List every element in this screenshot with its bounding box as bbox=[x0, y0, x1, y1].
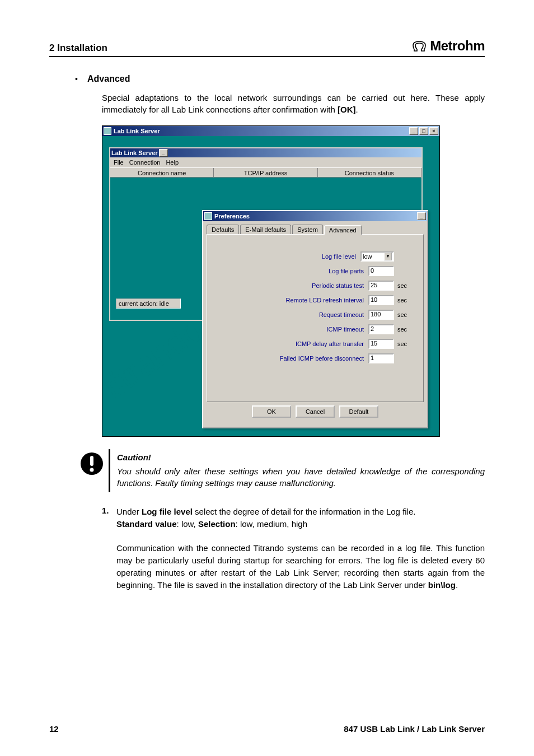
minimize-button[interactable]: _ bbox=[409, 127, 418, 135]
inner-window-titlebar: Lab Link Server _ bbox=[110, 148, 421, 157]
label-failed-icmp: Failed ICMP before disconnect bbox=[214, 355, 368, 362]
svg-rect-1 bbox=[90, 456, 93, 466]
unit: sec bbox=[394, 326, 416, 333]
intro-paragraph: Special adaptations to the local network… bbox=[102, 92, 485, 115]
caution-title: Caution! bbox=[117, 452, 485, 462]
row-failed-icmp: Failed ICMP before disconnect 1 bbox=[214, 353, 416, 363]
status-bar: current action: idle bbox=[116, 298, 181, 309]
inner-window-title: Lab Link Server bbox=[111, 150, 158, 156]
caution-block: Caution! You should only alter these set… bbox=[75, 449, 485, 492]
label-log-file-parts: Log file parts bbox=[214, 268, 368, 274]
row-icmp-timeout: ICMP timeout 2 sec bbox=[214, 324, 416, 334]
t: select the degree of detail for the info… bbox=[193, 507, 416, 516]
default-button[interactable]: Default bbox=[339, 405, 378, 418]
input-icmp-timeout[interactable]: 2 bbox=[368, 324, 394, 334]
t: Selection bbox=[198, 519, 236, 529]
t: Log file level bbox=[142, 507, 193, 516]
t: : low, bbox=[177, 519, 198, 529]
col-connection-status[interactable]: Connection status bbox=[318, 168, 421, 177]
tab-system[interactable]: System bbox=[292, 225, 323, 234]
t: Standard value bbox=[116, 519, 177, 529]
row-periodic-status-test: Periodic status test 25 sec bbox=[214, 281, 416, 291]
label-request-timeout: Request timeout bbox=[214, 311, 368, 318]
svg-point-2 bbox=[90, 468, 94, 472]
tab-email-defaults[interactable]: E-Mail defaults bbox=[240, 225, 291, 234]
unit: sec bbox=[394, 297, 416, 304]
label-log-file-level: Log file level bbox=[214, 253, 360, 260]
bullet-advanced: • Advanced bbox=[75, 74, 485, 84]
menu-file[interactable]: File bbox=[114, 159, 124, 166]
outer-window-titlebar: Lab Link Server _ □ × bbox=[102, 126, 439, 136]
input-log-file-parts[interactable]: 0 bbox=[368, 266, 394, 276]
caution-text: You should only alter these settings whe… bbox=[117, 465, 485, 489]
intro-ok: [OK] bbox=[338, 105, 356, 114]
prefs-tabs: Defaults E-Mail defaults System Advanced bbox=[207, 225, 424, 234]
minimize-button[interactable]: _ bbox=[159, 149, 168, 157]
row-request-timeout: Request timeout 180 sec bbox=[214, 310, 416, 320]
bullet-dot: • bbox=[75, 74, 87, 83]
close-button[interactable]: × bbox=[429, 127, 438, 135]
ok-button[interactable]: OK bbox=[252, 405, 291, 418]
t: . bbox=[456, 580, 458, 590]
bullet-label: Advanced bbox=[87, 74, 130, 84]
menubar: File Connection Help bbox=[110, 157, 421, 167]
brand-logo: Metrohm bbox=[412, 38, 485, 54]
label-icmp-delay: ICMP delay after transfer bbox=[214, 340, 368, 347]
chevron-down-icon: ▼ bbox=[384, 253, 392, 260]
label-periodic-status-test: Periodic status test bbox=[214, 282, 368, 289]
input-failed-icmp[interactable]: 1 bbox=[368, 353, 394, 363]
row-log-file-parts: Log file parts 0 bbox=[214, 266, 416, 276]
intro-tail: . bbox=[356, 105, 358, 114]
dialog-buttons: OK Cancel Default bbox=[203, 405, 427, 418]
preferences-dialog: Preferences _ Defaults E-Mail defaults S… bbox=[202, 210, 428, 428]
page-number: 12 bbox=[49, 724, 59, 734]
brand-text: Metrohm bbox=[430, 38, 485, 54]
outer-window-title: Lab Link Server bbox=[114, 128, 160, 134]
section-title: 2 Installation bbox=[49, 43, 107, 54]
t: bin\log bbox=[428, 580, 456, 590]
input-remote-lcd-refresh[interactable]: 10 bbox=[368, 295, 394, 305]
menu-connection[interactable]: Connection bbox=[129, 159, 161, 166]
maximize-button[interactable]: □ bbox=[419, 127, 428, 135]
row-remote-lcd-refresh: Remote LCD refresh interval 10 sec bbox=[214, 295, 416, 305]
omega-icon bbox=[412, 40, 427, 52]
app-icon bbox=[104, 127, 111, 135]
screenshot-container: Lab Link Server _ □ × o titrando Lab Lin… bbox=[102, 125, 440, 437]
column-headers: Connection name TCP/IP address Connectio… bbox=[110, 167, 421, 178]
unit: sec bbox=[394, 282, 416, 289]
app-icon bbox=[204, 212, 212, 220]
label-remote-lcd-refresh: Remote LCD refresh interval bbox=[214, 297, 368, 304]
caution-icon bbox=[75, 449, 109, 492]
prefs-title: Preferences bbox=[214, 213, 250, 220]
label-icmp-timeout: ICMP timeout bbox=[214, 326, 368, 333]
intro-text: Special adaptations to the local network… bbox=[102, 93, 485, 114]
col-connection-name[interactable]: Connection name bbox=[110, 168, 214, 177]
page-header: 2 Installation Metrohm bbox=[49, 38, 485, 57]
minimize-button[interactable]: _ bbox=[417, 212, 426, 220]
t: Under bbox=[116, 507, 142, 516]
prefs-panel: Log file level low ▼ Log file parts 0 bbox=[207, 234, 424, 402]
doc-title: 847 USB Lab Link / Lab Link Server bbox=[344, 724, 485, 734]
tab-advanced[interactable]: Advanced bbox=[324, 225, 362, 235]
unit: sec bbox=[394, 340, 416, 347]
t: : low, medium, high bbox=[236, 519, 307, 529]
select-value: low bbox=[363, 253, 372, 260]
row-icmp-delay: ICMP delay after transfer 15 sec bbox=[214, 339, 416, 349]
col-tcpip-address[interactable]: TCP/IP address bbox=[214, 168, 317, 177]
unit: sec bbox=[394, 311, 416, 318]
input-icmp-delay[interactable]: 15 bbox=[368, 339, 394, 349]
step-1: 1. Under Log file level select the degre… bbox=[102, 506, 485, 591]
prefs-titlebar: Preferences _ bbox=[203, 211, 427, 221]
caution-box: Caution! You should only alter these set… bbox=[109, 449, 485, 492]
select-log-file-level[interactable]: low ▼ bbox=[360, 251, 394, 262]
cancel-button[interactable]: Cancel bbox=[296, 405, 335, 418]
input-periodic-status-test[interactable]: 25 bbox=[368, 281, 394, 291]
tab-defaults[interactable]: Defaults bbox=[207, 225, 239, 234]
step-body: Under Log file level select the degree o… bbox=[116, 506, 485, 591]
step-number: 1. bbox=[102, 506, 116, 591]
page-footer: 12 847 USB Lab Link / Lab Link Server bbox=[49, 724, 485, 734]
row-log-file-level: Log file level low ▼ bbox=[214, 251, 416, 262]
input-request-timeout[interactable]: 180 bbox=[368, 310, 394, 320]
menu-help[interactable]: Help bbox=[166, 159, 179, 166]
watermark: titrando bbox=[96, 310, 210, 406]
